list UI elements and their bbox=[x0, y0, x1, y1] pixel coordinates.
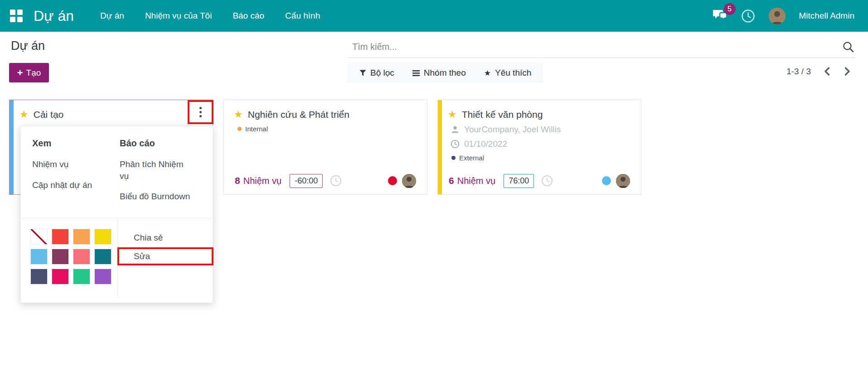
person-icon bbox=[451, 125, 460, 134]
menu-item-my-tasks[interactable]: Nhiệm vụ của Tôi bbox=[145, 11, 212, 21]
dropdown-item-share[interactable]: Chia sẻ bbox=[117, 228, 213, 247]
card-tag: External bbox=[438, 149, 641, 162]
card-title[interactable]: Thiết kế văn phòng bbox=[462, 109, 543, 120]
search-area bbox=[348, 38, 855, 58]
dropdown-item-tasks[interactable]: Nhiệm vụ bbox=[32, 159, 120, 170]
color-swatch[interactable] bbox=[73, 249, 90, 264]
task-count-label[interactable]: Nhiệm vụ bbox=[457, 176, 495, 186]
messages-badge: 5 bbox=[724, 3, 736, 15]
tag-dot bbox=[238, 127, 242, 131]
color-swatch[interactable] bbox=[73, 269, 90, 284]
card-context-dropdown: Xem Nhiệm vụ Cập nhật dự án Báo cáo Phân… bbox=[20, 126, 213, 303]
app-window: Dự án Dự án Nhiệm vụ của Tôi Báo cáo Cấu… bbox=[0, 0, 868, 366]
pager: 1-3 / 3 bbox=[786, 66, 852, 77]
group-by-icon bbox=[412, 70, 420, 76]
timesheet-clock-icon bbox=[330, 175, 342, 187]
color-swatch[interactable] bbox=[95, 229, 111, 244]
color-swatch[interactable] bbox=[52, 249, 68, 264]
menu-item-reports[interactable]: Báo cáo bbox=[233, 11, 264, 21]
kanban-status-dot[interactable] bbox=[388, 176, 397, 185]
task-count[interactable]: 6 bbox=[449, 175, 454, 186]
card-color-bar bbox=[10, 100, 14, 194]
filters-label: Bộ lọc bbox=[370, 68, 394, 78]
group-by-button[interactable]: Nhóm theo bbox=[412, 68, 466, 78]
dropdown-divider bbox=[21, 218, 213, 218]
dropdown-section-report: Báo cáo bbox=[120, 138, 210, 149]
top-navbar: Dự án Dự án Nhiệm vụ của Tôi Báo cáo Cấu… bbox=[0, 0, 868, 32]
timesheet-clock-icon bbox=[541, 175, 553, 187]
avatar-photo bbox=[769, 8, 786, 24]
search-input[interactable] bbox=[348, 38, 855, 58]
search-icon[interactable] bbox=[842, 41, 854, 55]
pager-previous-button[interactable] bbox=[823, 66, 831, 77]
plus-icon: + bbox=[17, 68, 23, 78]
filter-toolbar: Bộ lọc Nhóm theo ★ Yêu thích bbox=[348, 63, 543, 83]
create-button[interactable]: + Tạo bbox=[9, 63, 49, 82]
card-date-row: 01/10/2022 bbox=[438, 135, 641, 149]
hours-badge: -60:00 bbox=[290, 174, 323, 188]
dropdown-item-project-updates[interactable]: Cập nhật dự án bbox=[32, 179, 120, 191]
favorite-star-icon: ★ bbox=[484, 68, 491, 78]
task-count[interactable]: 8 bbox=[235, 175, 240, 186]
tag-dot bbox=[451, 156, 456, 160]
date-label: 01/10/2022 bbox=[464, 139, 507, 149]
date-clock-icon bbox=[451, 140, 460, 149]
card-stats-row: 8 Nhiệm vụ -60:00 bbox=[224, 173, 427, 188]
color-swatch[interactable] bbox=[73, 229, 90, 244]
dropdown-section-view: Xem bbox=[32, 138, 120, 149]
annotation-box-kebab bbox=[188, 100, 213, 124]
color-swatch[interactable] bbox=[52, 229, 68, 244]
color-swatch[interactable] bbox=[31, 269, 47, 284]
dropdown-item-task-analysis[interactable]: Phân tích Nhiệm vụ bbox=[120, 159, 190, 182]
favorites-button[interactable]: ★ Yêu thích bbox=[484, 68, 532, 78]
assignee-avatar[interactable] bbox=[616, 174, 630, 188]
dropdown-item-edit[interactable]: Sửa bbox=[134, 251, 150, 261]
color-swatch-none[interactable] bbox=[31, 229, 47, 244]
color-swatch[interactable] bbox=[95, 249, 111, 264]
main-menu: Dự án Nhiệm vụ của Tôi Báo cáo Cấu hình bbox=[100, 11, 320, 21]
favorite-star-icon[interactable]: ★ bbox=[448, 110, 457, 120]
app-brand[interactable]: Dự án bbox=[34, 8, 74, 24]
pager-next-button[interactable] bbox=[843, 66, 852, 77]
kebab-menu-button[interactable] bbox=[196, 105, 205, 119]
kanban-status-dot[interactable] bbox=[602, 176, 611, 185]
hours-badge: 76:00 bbox=[504, 174, 534, 188]
kanban-card-thiet-ke[interactable]: ★ Thiết kế văn phòng YourCompany, Joel W… bbox=[437, 100, 641, 195]
clock-icon bbox=[741, 9, 755, 23]
user-avatar[interactable] bbox=[769, 8, 786, 24]
tag-label: Internal bbox=[245, 125, 268, 133]
card-title[interactable]: Cải tạo bbox=[34, 109, 64, 120]
menu-item-config[interactable]: Cấu hình bbox=[285, 11, 320, 21]
create-button-label: Tạo bbox=[26, 68, 41, 78]
breadcrumb-page-title: Dự án bbox=[11, 39, 45, 53]
dropdown-item-burndown-chart[interactable]: Biểu đồ Burndown bbox=[120, 191, 210, 202]
color-swatch[interactable] bbox=[31, 249, 47, 264]
filters-button[interactable]: Bộ lọc bbox=[359, 68, 394, 78]
navbar-right: 5 Mitchell Admin bbox=[713, 8, 855, 24]
color-swatch[interactable] bbox=[52, 269, 68, 284]
menu-item-projects[interactable]: Dự án bbox=[100, 11, 124, 21]
card-partner-row: YourCompany, Joel Willis bbox=[438, 120, 641, 135]
messages-button[interactable]: 5 bbox=[713, 9, 727, 23]
apps-grid-icon[interactable] bbox=[10, 10, 23, 22]
group-by-label: Nhóm theo bbox=[424, 68, 466, 78]
partner-label: YourCompany, Joel Willis bbox=[464, 125, 561, 135]
task-count-label[interactable]: Nhiệm vụ bbox=[243, 176, 281, 186]
color-swatch[interactable] bbox=[95, 269, 111, 284]
card-title[interactable]: Nghiên cứu & Phát triển bbox=[248, 109, 349, 120]
favorites-label: Yêu thích bbox=[495, 68, 531, 78]
kanban-card-nghien-cuu[interactable]: ★ Nghiên cứu & Phát triển Internal 8 Nhi… bbox=[223, 100, 427, 195]
card-stats-row: 6 Nhiệm vụ 76:00 bbox=[438, 173, 641, 188]
activity-clock-button[interactable] bbox=[741, 9, 755, 23]
pager-range: 1-3 / 3 bbox=[786, 67, 811, 77]
user-name[interactable]: Mitchell Admin bbox=[799, 11, 855, 21]
favorite-star-icon[interactable]: ★ bbox=[19, 110, 29, 120]
funnel-icon bbox=[359, 70, 366, 76]
color-palette bbox=[31, 229, 111, 284]
assignee-avatar[interactable] bbox=[402, 174, 416, 188]
card-tag: Internal bbox=[224, 120, 427, 133]
favorite-star-icon[interactable]: ★ bbox=[234, 110, 243, 120]
tag-label: External bbox=[459, 154, 484, 162]
annotation-box-edit: Sửa bbox=[117, 247, 213, 265]
